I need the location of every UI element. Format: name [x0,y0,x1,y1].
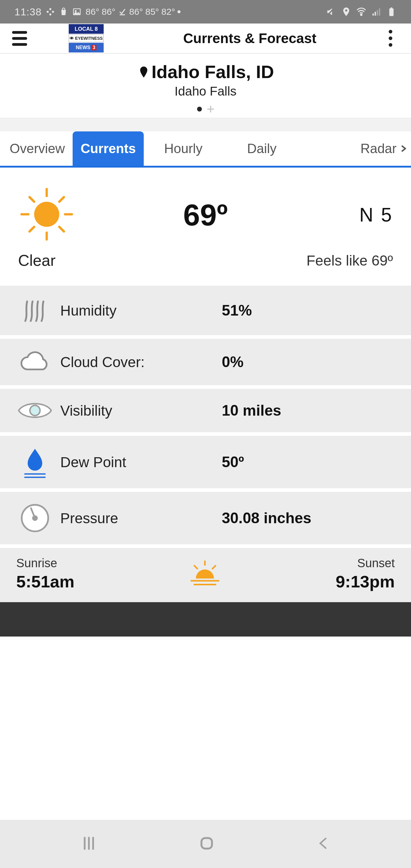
station-logo: LOCAL 8 👁 EYEWITNESS NEWS3 [69,23,104,54]
feels-like: Feels like 69º [96,252,393,269]
svg-rect-0 [47,11,49,13]
location-sub: Idaho Falls [0,84,411,98]
location-main: Idaho Falls, ID [0,61,411,82]
svg-line-19 [30,197,34,202]
nav-back-button[interactable] [316,835,330,853]
bag-icon [59,7,68,16]
current-temp: 69º [96,198,315,232]
svg-rect-13 [390,7,392,9]
cloud-icon [17,348,53,375]
current-wind: N 5 [315,204,393,226]
svg-point-7 [361,14,362,16]
status-bar: 11:38 86° 86° 86° 85° 82° [0,0,411,24]
sun-icon [18,186,96,244]
svg-line-21 [30,227,34,231]
sun-row: Sunrise 5:51am Sunset 9:13pm [0,548,411,602]
metric-cloud-cover: Cloud Cover: 0% [0,339,411,385]
metric-value: 10 miles [222,402,281,419]
sunset-block: Sunset 9:13pm [336,556,395,591]
page-title: Currents & Forecast [110,30,390,46]
metric-value: 51% [222,302,252,319]
mute-icon [326,7,336,17]
eye-icon [17,398,53,423]
svg-rect-37 [201,838,212,849]
metric-pressure: Pressure 30.08 inches [0,492,411,544]
tabs: Overview Currents Hourly Daily Radar [0,131,411,167]
metric-visibility: Visibility 10 miles [0,389,411,432]
svg-point-5 [75,10,76,12]
pager-add-location[interactable] [207,106,214,113]
sunrise-block: Sunrise 5:51am [16,556,74,591]
more-button[interactable] [386,27,395,50]
svg-rect-10 [377,10,378,16]
menu-button[interactable] [9,28,30,49]
svg-rect-11 [379,8,380,16]
sunrise-label: Sunrise [16,556,74,570]
metric-label: Pressure [53,510,222,527]
signal-icon [371,7,381,17]
currents-hero: 69º N 5 Clear Feels like 69º [0,167,411,286]
tab-radar-label: Radar [360,141,397,156]
humidity-icon [17,296,53,326]
tab-overview[interactable]: Overview [2,131,73,166]
svg-rect-8 [373,13,374,16]
slack-icon [46,7,55,16]
status-temps: 86° 86° 86° 85° 82° [86,7,181,17]
battery-icon [386,7,397,17]
chevron-right-icon [399,142,407,155]
metric-value: 0% [222,353,244,371]
status-dot [178,10,181,13]
tab-daily[interactable]: Daily [239,131,284,166]
tab-radar[interactable]: Radar [352,131,409,166]
svg-rect-1 [50,8,51,10]
svg-point-14 [34,202,59,227]
svg-point-23 [30,405,40,415]
dewpoint-icon [17,445,53,478]
nav-bar [0,820,411,868]
metric-dewpoint: Dew Point 50º [0,436,411,488]
svg-line-20 [59,227,64,231]
sunset-label: Sunset [336,556,395,570]
wifi-icon [356,7,367,17]
svg-line-31 [213,566,216,569]
location-card[interactable]: Idaho Falls, ID Idaho Falls [0,54,411,118]
svg-rect-3 [50,13,51,15]
metric-label: Humidity [53,302,222,319]
download-icon [118,7,127,16]
metric-value: 30.08 inches [222,509,311,527]
svg-line-22 [59,197,64,202]
nav-recent-button[interactable] [81,835,97,853]
svg-rect-2 [52,11,54,13]
location-pin-icon [341,7,351,17]
app-header: LOCAL 8 👁 EYEWITNESS NEWS3 Currents & Fo… [0,24,411,54]
pin-icon [137,64,150,80]
svg-line-30 [194,566,197,569]
svg-point-6 [345,9,347,11]
current-condition: Clear [18,251,96,270]
metric-value: 50º [222,453,244,471]
status-time: 11:38 [14,6,41,18]
pager-dot-active[interactable] [197,107,202,112]
metric-humidity: Humidity 51% [0,286,411,335]
picture-icon [72,7,81,16]
ad-banner-placeholder [0,602,411,637]
metric-label: Cloud Cover: [53,354,222,370]
pressure-icon [17,501,53,535]
location-pager[interactable] [0,106,411,113]
tab-currents[interactable]: Currents [73,131,144,166]
metric-label: Visibility [53,402,222,419]
sunset-time: 9:13pm [336,572,395,591]
nav-home-button[interactable] [198,834,216,854]
metric-label: Dew Point [53,454,222,470]
sunrise-sunset-icon [185,558,224,590]
svg-rect-12 [389,8,393,16]
tab-hourly[interactable]: Hourly [156,131,210,166]
svg-rect-9 [375,12,376,16]
sunrise-time: 5:51am [16,572,74,591]
